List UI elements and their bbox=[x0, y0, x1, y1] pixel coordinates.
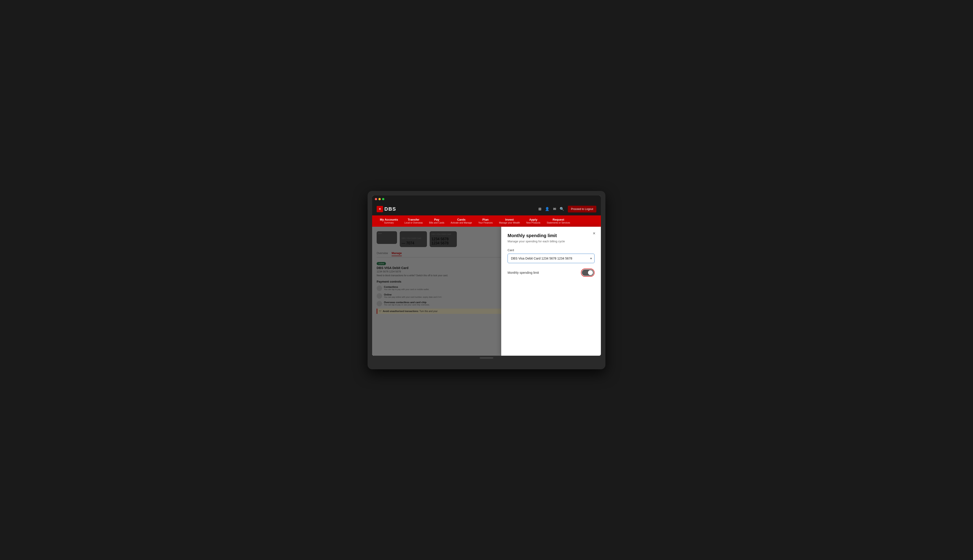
monthly-spending-toggle[interactable] bbox=[582, 270, 593, 276]
nav-item-cards[interactable]: Cards Activate and Manage bbox=[448, 215, 475, 227]
grid-icon[interactable]: ⊞ bbox=[538, 207, 541, 211]
nav-label-plan: Plan bbox=[482, 218, 488, 221]
nav-item-apply[interactable]: Apply New Products bbox=[523, 215, 543, 227]
spending-limit-label: Monthly spending limit bbox=[508, 271, 539, 275]
modal-title: Monthly spending limit bbox=[508, 233, 595, 238]
nav-sublabel-apply: New Products bbox=[526, 222, 540, 224]
dbs-logo-text: DBS bbox=[385, 206, 396, 212]
browser-dot-green[interactable] bbox=[382, 198, 385, 200]
laptop-notch bbox=[480, 357, 493, 358]
user-icon[interactable]: 👤 bbox=[545, 207, 550, 211]
top-nav-icons: ⊞ 👤 ✉ 🔍 Proceed to Logout bbox=[538, 206, 596, 212]
card-select-wrapper: DBS Visa Debit Card 1234 5678 1234 5678 … bbox=[508, 253, 595, 263]
nav-label-apply: Apply bbox=[529, 218, 537, 221]
laptop-frame: ✕ DBS ⊞ 👤 ✉ 🔍 Proceed to Logout My Accou… bbox=[368, 191, 605, 369]
browser-dot-yellow[interactable] bbox=[378, 198, 381, 200]
nav-sublabel-transfer: Local or Overseas bbox=[404, 222, 423, 224]
nav-label-cards: Cards bbox=[457, 218, 465, 221]
modal-panel: × Monthly spending limit Manage your spe… bbox=[501, 227, 601, 356]
browser-dot-red[interactable] bbox=[375, 198, 377, 200]
modal-subtitle: Manage your spending for each billing cy… bbox=[508, 240, 595, 243]
nav-label-request: Request bbox=[553, 218, 564, 221]
dbs-logo-icon: ✕ bbox=[377, 206, 383, 212]
mail-icon[interactable]: ✉ bbox=[553, 207, 556, 211]
app-container: ✕ DBS ⊞ 👤 ✉ 🔍 Proceed to Logout My Accou… bbox=[372, 203, 601, 356]
nav-sublabel-plan: Your Finances bbox=[478, 222, 493, 224]
nav-item-transfer[interactable]: Transfer Local or Overseas bbox=[401, 215, 426, 227]
nav-sublabel-cards: Activate and Manage bbox=[451, 222, 472, 224]
browser-bar bbox=[372, 195, 601, 203]
laptop-screen: ✕ DBS ⊞ 👤 ✉ 🔍 Proceed to Logout My Accou… bbox=[372, 195, 601, 356]
nav-item-pay[interactable]: Pay Bills and Cards bbox=[426, 215, 448, 227]
card-field-label: Card bbox=[508, 248, 595, 252]
nav-label-pay: Pay bbox=[434, 218, 440, 221]
nav-label-my-accounts: My Accounts bbox=[380, 218, 398, 221]
toggle-row: Monthly spending limit bbox=[508, 268, 595, 277]
nav-label-invest: Invest bbox=[505, 218, 514, 221]
nav-item-invest[interactable]: Invest Manage your Wealth bbox=[496, 215, 523, 227]
nav-item-request[interactable]: Request Statements or Services bbox=[543, 215, 573, 227]
nav-label-transfer: Transfer bbox=[408, 218, 419, 221]
toggle-knob bbox=[588, 270, 593, 275]
main-nav: My Accounts Summary Transfer Local or Ov… bbox=[372, 215, 601, 227]
toggle-container bbox=[581, 268, 595, 277]
nav-sublabel-invest: Manage your Wealth bbox=[499, 222, 520, 224]
nav-sublabel-request: Statements or Services bbox=[547, 222, 570, 224]
proceed-logout-button[interactable]: Proceed to Logout bbox=[568, 206, 596, 212]
modal-close-button[interactable]: × bbox=[591, 230, 597, 237]
nav-sublabel-pay: Bills and Cards bbox=[429, 222, 445, 224]
modal-overlay: × Monthly spending limit Manage your spe… bbox=[372, 227, 601, 356]
card-select[interactable]: DBS Visa Debit Card 1234 5678 1234 5678 bbox=[508, 253, 595, 263]
content-area: Debit DBS VISA Debit Card — 7074 DBS VIS… bbox=[372, 227, 601, 356]
top-nav: ✕ DBS ⊞ 👤 ✉ 🔍 Proceed to Logout bbox=[372, 203, 601, 215]
laptop-bottom bbox=[372, 356, 601, 360]
nav-sublabel-my-accounts: Summary bbox=[384, 222, 394, 224]
logo-area: ✕ DBS bbox=[377, 206, 396, 212]
search-icon[interactable]: 🔍 bbox=[560, 207, 564, 211]
nav-item-my-accounts[interactable]: My Accounts Summary bbox=[377, 215, 401, 227]
nav-item-plan[interactable]: Plan Your Finances bbox=[475, 215, 496, 227]
